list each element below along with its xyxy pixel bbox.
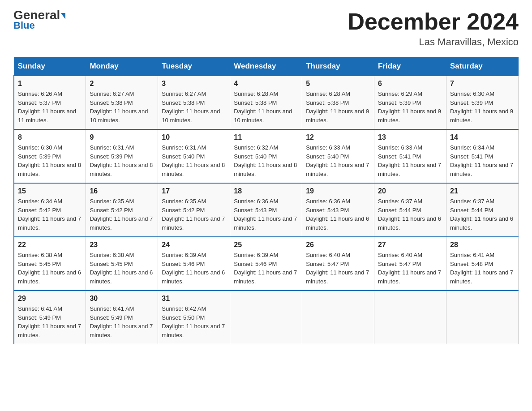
calendar-cell: 10 Sunrise: 6:31 AMSunset: 5:40 PMDaylig… — [158, 129, 230, 183]
calendar-cell — [230, 291, 302, 344]
calendar-cell: 24 Sunrise: 6:39 AMSunset: 5:46 PMDaylig… — [158, 237, 230, 291]
day-number: 30 — [90, 295, 154, 303]
title-area: December 2024 Las Maravillas, Mexico — [348, 9, 519, 48]
calendar-cell: 28 Sunrise: 6:41 AMSunset: 5:48 PMDaylig… — [446, 237, 519, 291]
day-number: 10 — [162, 133, 226, 141]
day-number: 19 — [306, 187, 370, 195]
day-header-friday: Friday — [374, 57, 446, 76]
calendar-cell: 4 Sunrise: 6:28 AMSunset: 5:38 PMDayligh… — [230, 76, 302, 129]
day-info: Sunrise: 6:36 AMSunset: 5:43 PMDaylight:… — [234, 197, 298, 232]
day-info: Sunrise: 6:30 AMSunset: 5:39 PMDaylight:… — [18, 143, 82, 178]
day-number: 28 — [450, 241, 515, 249]
day-number: 13 — [378, 133, 442, 141]
calendar-cell: 11 Sunrise: 6:32 AMSunset: 5:40 PMDaylig… — [230, 129, 302, 183]
calendar-cell: 1 Sunrise: 6:26 AMSunset: 5:37 PMDayligh… — [14, 76, 86, 129]
calendar-cell: 13 Sunrise: 6:33 AMSunset: 5:41 PMDaylig… — [374, 129, 446, 183]
calendar-cell: 22 Sunrise: 6:38 AMSunset: 5:45 PMDaylig… — [14, 237, 86, 291]
calendar-cell — [374, 291, 446, 344]
day-info: Sunrise: 6:31 AMSunset: 5:40 PMDaylight:… — [162, 143, 226, 178]
calendar-cell: 2 Sunrise: 6:27 AMSunset: 5:38 PMDayligh… — [86, 76, 158, 129]
day-number: 25 — [234, 241, 298, 249]
month-title: December 2024 — [348, 9, 519, 34]
calendar-cell: 9 Sunrise: 6:31 AMSunset: 5:39 PMDayligh… — [86, 129, 158, 183]
day-info: Sunrise: 6:33 AMSunset: 5:40 PMDaylight:… — [306, 143, 370, 178]
day-info: Sunrise: 6:41 AMSunset: 5:49 PMDaylight:… — [90, 304, 154, 339]
day-number: 4 — [234, 80, 298, 88]
day-number: 12 — [306, 133, 370, 141]
day-info: Sunrise: 6:34 AMSunset: 5:42 PMDaylight:… — [18, 197, 82, 232]
day-number: 24 — [162, 241, 226, 249]
day-header-thursday: Thursday — [302, 57, 374, 76]
calendar-cell: 18 Sunrise: 6:36 AMSunset: 5:43 PMDaylig… — [230, 183, 302, 237]
calendar-cell: 8 Sunrise: 6:30 AMSunset: 5:39 PMDayligh… — [14, 129, 86, 183]
logo-blue-text: Blue — [13, 20, 35, 31]
calendar-cell: 7 Sunrise: 6:30 AMSunset: 5:39 PMDayligh… — [446, 76, 519, 129]
day-number: 7 — [450, 80, 515, 88]
day-info: Sunrise: 6:39 AMSunset: 5:46 PMDaylight:… — [162, 251, 226, 286]
calendar-cell: 27 Sunrise: 6:40 AMSunset: 5:47 PMDaylig… — [374, 237, 446, 291]
day-info: Sunrise: 6:26 AMSunset: 5:37 PMDaylight:… — [18, 90, 82, 124]
day-number: 29 — [18, 295, 82, 303]
calendar-cell: 14 Sunrise: 6:34 AMSunset: 5:41 PMDaylig… — [446, 129, 519, 183]
day-number: 20 — [378, 187, 442, 195]
day-header-wednesday: Wednesday — [230, 57, 302, 76]
calendar-cell: 25 Sunrise: 6:39 AMSunset: 5:46 PMDaylig… — [230, 237, 302, 291]
day-number: 18 — [234, 187, 298, 195]
day-info: Sunrise: 6:39 AMSunset: 5:46 PMDaylight:… — [234, 251, 298, 286]
day-number: 3 — [162, 80, 226, 88]
day-info: Sunrise: 6:28 AMSunset: 5:38 PMDaylight:… — [306, 90, 370, 124]
day-info: Sunrise: 6:30 AMSunset: 5:39 PMDaylight:… — [450, 90, 515, 124]
calendar-cell: 21 Sunrise: 6:37 AMSunset: 5:44 PMDaylig… — [446, 183, 519, 237]
calendar-cell: 16 Sunrise: 6:35 AMSunset: 5:42 PMDaylig… — [86, 183, 158, 237]
week-row-4: 22 Sunrise: 6:38 AMSunset: 5:45 PMDaylig… — [14, 237, 519, 291]
day-number: 14 — [450, 133, 515, 141]
day-info: Sunrise: 6:27 AMSunset: 5:38 PMDaylight:… — [90, 90, 154, 124]
day-number: 16 — [90, 187, 154, 195]
calendar-cell: 19 Sunrise: 6:36 AMSunset: 5:43 PMDaylig… — [302, 183, 374, 237]
day-info: Sunrise: 6:33 AMSunset: 5:41 PMDaylight:… — [378, 143, 442, 178]
day-number: 31 — [162, 295, 226, 303]
day-info: Sunrise: 6:38 AMSunset: 5:45 PMDaylight:… — [90, 251, 154, 286]
calendar-cell: 20 Sunrise: 6:37 AMSunset: 5:44 PMDaylig… — [374, 183, 446, 237]
day-info: Sunrise: 6:37 AMSunset: 5:44 PMDaylight:… — [378, 197, 442, 232]
day-number: 5 — [306, 80, 370, 88]
page-header: General Blue December 2024 Las Maravilla… — [13, 9, 519, 48]
day-number: 6 — [378, 80, 442, 88]
logo: General Blue — [13, 9, 65, 31]
day-number: 26 — [306, 241, 370, 249]
calendar-cell: 6 Sunrise: 6:29 AMSunset: 5:39 PMDayligh… — [374, 76, 446, 129]
day-header-sunday: Sunday — [14, 57, 86, 76]
day-info: Sunrise: 6:27 AMSunset: 5:38 PMDaylight:… — [162, 90, 226, 124]
day-number: 27 — [378, 241, 442, 249]
calendar-cell: 17 Sunrise: 6:35 AMSunset: 5:42 PMDaylig… — [158, 183, 230, 237]
calendar-cell — [446, 291, 519, 344]
day-info: Sunrise: 6:40 AMSunset: 5:47 PMDaylight:… — [378, 251, 442, 286]
calendar-table: SundayMondayTuesdayWednesdayThursdayFrid… — [13, 57, 519, 344]
day-info: Sunrise: 6:35 AMSunset: 5:42 PMDaylight:… — [162, 197, 226, 232]
day-number: 23 — [90, 241, 154, 249]
calendar-cell: 26 Sunrise: 6:40 AMSunset: 5:47 PMDaylig… — [302, 237, 374, 291]
day-info: Sunrise: 6:36 AMSunset: 5:43 PMDaylight:… — [306, 197, 370, 232]
day-info: Sunrise: 6:37 AMSunset: 5:44 PMDaylight:… — [450, 197, 515, 232]
week-row-5: 29 Sunrise: 6:41 AMSunset: 5:49 PMDaylig… — [14, 291, 519, 344]
calendar-cell: 15 Sunrise: 6:34 AMSunset: 5:42 PMDaylig… — [14, 183, 86, 237]
day-header-monday: Monday — [86, 57, 158, 76]
day-info: Sunrise: 6:38 AMSunset: 5:45 PMDaylight:… — [18, 251, 82, 286]
day-info: Sunrise: 6:32 AMSunset: 5:40 PMDaylight:… — [234, 143, 298, 178]
calendar-header-row: SundayMondayTuesdayWednesdayThursdayFrid… — [14, 57, 519, 76]
day-info: Sunrise: 6:35 AMSunset: 5:42 PMDaylight:… — [90, 197, 154, 232]
day-info: Sunrise: 6:31 AMSunset: 5:39 PMDaylight:… — [90, 143, 154, 178]
week-row-2: 8 Sunrise: 6:30 AMSunset: 5:39 PMDayligh… — [14, 129, 519, 183]
calendar-cell: 12 Sunrise: 6:33 AMSunset: 5:40 PMDaylig… — [302, 129, 374, 183]
day-number: 11 — [234, 133, 298, 141]
week-row-3: 15 Sunrise: 6:34 AMSunset: 5:42 PMDaylig… — [14, 183, 519, 237]
calendar-cell: 30 Sunrise: 6:41 AMSunset: 5:49 PMDaylig… — [86, 291, 158, 344]
day-info: Sunrise: 6:41 AMSunset: 5:49 PMDaylight:… — [18, 304, 82, 339]
day-info: Sunrise: 6:40 AMSunset: 5:47 PMDaylight:… — [306, 251, 370, 286]
calendar-cell: 5 Sunrise: 6:28 AMSunset: 5:38 PMDayligh… — [302, 76, 374, 129]
day-number: 15 — [18, 187, 82, 195]
day-number: 1 — [18, 80, 82, 88]
day-number: 9 — [90, 133, 154, 141]
day-number: 8 — [18, 133, 82, 141]
calendar-cell — [302, 291, 374, 344]
